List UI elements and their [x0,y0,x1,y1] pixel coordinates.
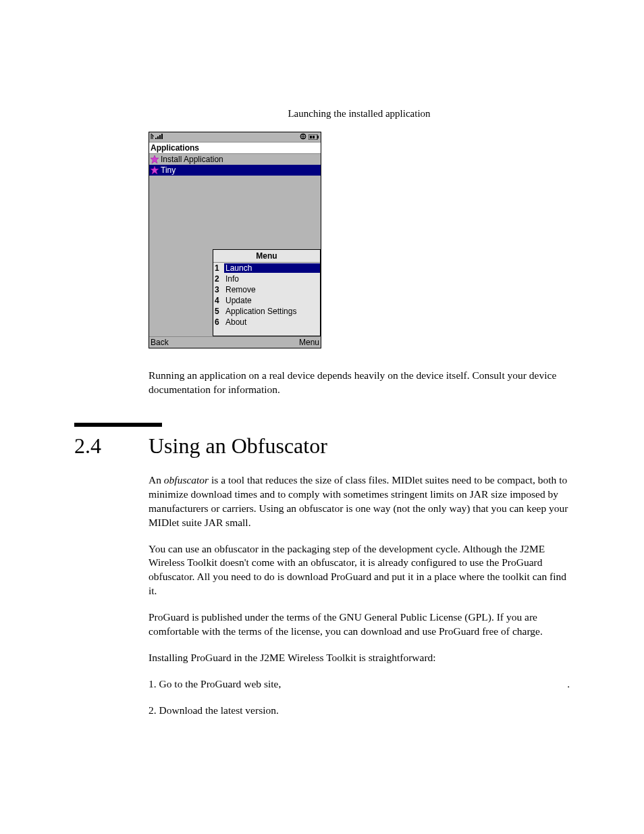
menu-item-about[interactable]: 6 About [213,317,320,328]
battery-icon [308,134,319,141]
menu-item-label: Application Settings [224,307,320,316]
menu-item-number: 6 [213,317,224,327]
app-title: Applications [149,142,321,154]
list-item[interactable]: Tiny [149,165,321,176]
menu-item-label: Update [224,296,320,305]
menu-item-number: 4 [213,296,224,305]
list-step: 1. Go to the ProGuard web site,. [149,677,570,692]
menu-item-label: Info [224,274,320,284]
menu-item-number: 3 [213,285,224,294]
menu-item-number: 2 [213,274,224,284]
network-icon [300,133,306,141]
menu-item-settings[interactable]: 5 Application Settings [213,306,320,317]
menu-item-info[interactable]: 2 Info [213,273,320,284]
svg-rect-1 [157,136,159,139]
context-menu: Menu 1 Launch 2 Info 3 Remove 4 Update [213,249,321,336]
svg-marker-9 [151,155,159,163]
menu-item-label: Remove [224,285,320,294]
paragraph: Installing ProGuard in the J2ME Wireless… [149,651,570,665]
list-item-label: Install Application [161,155,223,164]
section-heading: 2.4 Using an Obfuscator [74,434,570,459]
emulator-screenshot: Applications Install Application Tiny Me… [149,132,321,348]
menu-title: Menu [213,250,320,263]
svg-rect-0 [155,138,157,139]
menu-item-launch[interactable]: 1 Launch [213,263,320,273]
svg-rect-8 [313,136,315,138]
svg-marker-10 [151,166,159,174]
section-number: 2.4 [74,434,149,459]
softkey-bar: Back Menu [149,336,321,348]
menu-item-number: 5 [213,307,224,316]
paragraph: Running an application on a real device … [149,369,570,397]
svg-rect-7 [310,136,312,138]
list-item-label: Tiny [161,165,176,175]
menu-item-update[interactable]: 4 Update [213,295,320,306]
section-rule [74,423,162,427]
paragraph: An obfuscator is a tool that reduces the… [149,473,570,530]
paragraph: You can use an obfuscator in the packagi… [149,542,570,599]
section-title: Using an Obfuscator [149,434,327,459]
svg-rect-2 [159,135,161,139]
svg-rect-6 [317,136,319,138]
app-icon [151,166,159,174]
softkey-right[interactable]: Menu [299,338,319,347]
list-item[interactable]: Install Application [149,154,321,165]
svg-rect-3 [161,134,163,139]
softkey-left[interactable]: Back [151,338,169,347]
paragraph: ProGuard is published under the terms of… [149,610,570,639]
menu-item-label: About [224,317,320,327]
signal-icon [151,133,165,141]
status-bar [149,132,321,142]
list-step: 2. Download the latest version. [149,704,570,718]
menu-item-number: 1 [213,263,224,273]
figure-caption: Launching the installed application [149,108,570,120]
menu-item-label: Launch [224,263,320,273]
menu-item-remove[interactable]: 3 Remove [213,284,320,295]
app-list: Install Application Tiny Menu 1 Launch 2… [149,154,321,336]
app-icon [151,155,159,163]
